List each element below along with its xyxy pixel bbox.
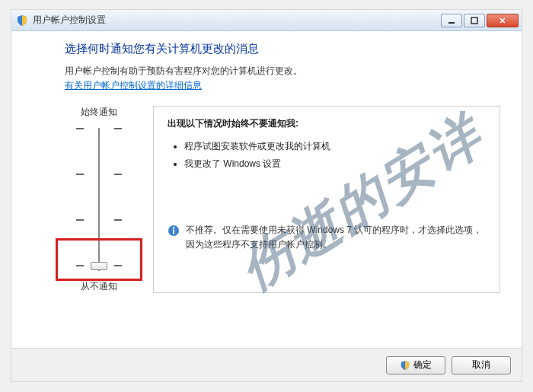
close-button[interactable]	[487, 14, 519, 27]
info-list: 程序试图安装软件或更改我的计算机 我更改了 Windows 设置	[168, 138, 486, 173]
info-item: 我更改了 Windows 设置	[184, 155, 486, 173]
shield-icon	[400, 360, 410, 371]
shield-icon	[16, 14, 28, 27]
content-area: 选择何时通知您有关计算机更改的消息 用户帐户控制有助于预防有害程序对您的计算机进…	[11, 31, 522, 348]
info-recommendation: 不推荐。仅在需要使用未获得 Windows 7 认可的程序时，才选择此选项，因为…	[168, 223, 486, 252]
slider-bottom-label: 从不通知	[65, 280, 133, 293]
cancel-button[interactable]: 取消	[452, 356, 511, 374]
ok-button-label: 确定	[413, 359, 432, 371]
svg-point-4	[173, 227, 174, 228]
notification-slider[interactable]	[76, 125, 122, 274]
svg-rect-0	[448, 22, 455, 24]
learn-more-link[interactable]: 有关用户帐户控制设置的详细信息	[65, 79, 202, 92]
svg-rect-3	[173, 229, 174, 234]
window-title: 用户帐户控制设置	[33, 14, 441, 27]
slider-top-label: 始终通知	[65, 106, 133, 119]
page-heading: 选择何时通知您有关计算机更改的消息	[65, 42, 500, 56]
slider-column: 始终通知 从不通知	[65, 106, 133, 293]
minimize-button[interactable]	[441, 14, 462, 27]
titlebar: 用户帐户控制设置	[11, 10, 522, 31]
page-description: 用户帐户控制有助于预防有害程序对您的计算机进行更改。	[65, 64, 500, 78]
info-icon	[168, 225, 180, 237]
button-bar: 确定 取消	[11, 348, 522, 381]
info-item: 程序试图安装软件或更改我的计算机	[184, 138, 486, 155]
svg-rect-1	[471, 18, 477, 24]
window-controls	[441, 14, 519, 27]
maximize-button[interactable]	[464, 14, 485, 27]
slider-thumb[interactable]	[91, 262, 107, 270]
cancel-button-label: 取消	[472, 359, 490, 371]
uac-settings-window: 用户帐户控制设置 选择何时通知您有关计算机更改的消息 用户帐户控制有助于预防有害…	[11, 10, 522, 381]
info-panel: 出现以下情况时始终不要通知我: 程序试图安装软件或更改我的计算机 我更改了 Wi…	[153, 106, 500, 293]
info-title: 出现以下情况时始终不要通知我:	[168, 117, 486, 130]
info-note-text: 不推荐。仅在需要使用未获得 Windows 7 认可的程序时，才选择此选项，因为…	[186, 223, 486, 252]
ok-button[interactable]: 确定	[386, 356, 445, 374]
